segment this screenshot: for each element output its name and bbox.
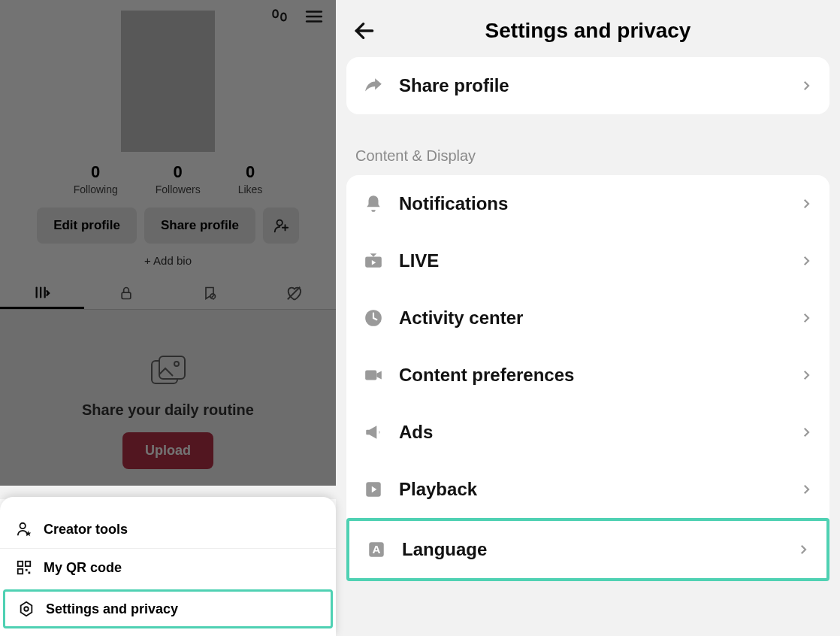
edit-profile-button[interactable]: Edit profile <box>37 207 137 244</box>
upload-button[interactable]: Upload <box>122 432 213 469</box>
row-ads-label: Ads <box>399 422 784 443</box>
bookmark-icon <box>202 286 217 301</box>
svg-rect-20 <box>18 569 23 574</box>
tab-feed[interactable] <box>0 277 84 309</box>
chevron-right-icon <box>799 311 813 325</box>
section-content-display: Content & Display <box>336 125 840 175</box>
stat-likes-count: 0 <box>238 162 263 182</box>
drawer-qr-label: My QR code <box>44 560 122 576</box>
chevron-right-icon <box>799 426 813 439</box>
stat-following-label: Following <box>74 183 118 195</box>
stat-followers[interactable]: 0 Followers <box>156 162 201 195</box>
empty-state: Share your daily routine Upload <box>0 310 336 499</box>
drawer-creator-label: Creator tools <box>44 522 128 538</box>
stat-following-count: 0 <box>74 162 118 182</box>
row-activity-label: Activity center <box>399 307 784 329</box>
settings-title: Settings and privacy <box>351 19 825 43</box>
svg-point-24 <box>24 607 29 611</box>
chevron-right-icon <box>799 368 813 382</box>
row-content-pref-label: Content preferences <box>399 365 784 386</box>
row-playback[interactable]: Playback <box>346 461 829 518</box>
chevron-right-icon <box>799 483 813 496</box>
profile-action-row: Edit profile Share profile <box>0 207 336 244</box>
add-bio-link[interactable]: + Add bio <box>0 254 336 267</box>
row-language-label: Language <box>402 539 781 560</box>
share-icon <box>363 76 384 95</box>
tab-bookmarks[interactable] <box>168 277 252 309</box>
feed-icon <box>34 284 50 301</box>
profile-tabs <box>0 277 336 310</box>
svg-rect-21 <box>26 569 28 571</box>
settings-pane: Settings and privacy Share profile Conte… <box>336 0 840 636</box>
play-icon <box>363 480 384 499</box>
gallery-icon <box>15 355 321 388</box>
clock-icon <box>363 308 384 328</box>
tv-icon <box>363 251 384 271</box>
card-content-display: Notifications LIVE Activity center Conte… <box>346 175 829 581</box>
stat-likes-label: Likes <box>238 183 263 195</box>
svg-marker-28 <box>376 371 382 380</box>
drawer-creator-tools[interactable]: Creator tools <box>0 510 336 548</box>
svg-text:A: A <box>373 543 381 556</box>
svg-rect-22 <box>29 572 31 574</box>
footsteps-icon[interactable] <box>270 7 289 26</box>
row-share-profile-label: Share profile <box>399 75 784 96</box>
row-language[interactable]: A Language <box>346 518 829 581</box>
row-notifications[interactable]: Notifications <box>346 175 829 232</box>
hamburger-menu-icon[interactable] <box>304 7 324 26</box>
back-button[interactable] <box>352 19 376 43</box>
settings-header: Settings and privacy <box>336 0 840 62</box>
row-share-profile[interactable]: Share profile <box>346 57 829 114</box>
add-friend-button[interactable] <box>263 207 299 244</box>
lock-icon <box>119 286 134 301</box>
video-icon <box>363 365 384 385</box>
card-share-profile: Share profile <box>346 57 829 114</box>
empty-state-text: Share your daily routine <box>15 401 321 419</box>
drawer-settings-privacy[interactable]: Settings and privacy <box>3 589 333 628</box>
tab-private[interactable] <box>84 277 168 309</box>
chevron-right-icon <box>799 254 813 268</box>
row-notifications-label: Notifications <box>399 193 784 214</box>
stat-following[interactable]: 0 Following <box>74 162 118 195</box>
stat-followers-label: Followers <box>156 183 201 195</box>
row-activity-center[interactable]: Activity center <box>346 289 829 347</box>
drawer-qr-code[interactable]: My QR code <box>0 548 336 586</box>
row-content-preferences[interactable]: Content preferences <box>346 347 829 404</box>
tab-liked[interactable] <box>252 277 336 309</box>
creator-tools-icon <box>15 521 33 538</box>
row-ads[interactable]: Ads <box>346 404 829 461</box>
heart-hidden-icon <box>286 285 302 301</box>
bell-icon <box>363 194 384 214</box>
add-friend-icon <box>273 217 289 234</box>
chevron-right-icon <box>796 543 810 556</box>
bottom-drawer: Creator tools My QR code Settings and pr… <box>0 497 336 636</box>
svg-rect-19 <box>26 562 30 566</box>
stat-likes[interactable]: 0 Likes <box>238 162 263 195</box>
settings-icon <box>17 601 35 617</box>
avatar-block <box>0 33 336 152</box>
stat-followers-count: 0 <box>156 162 201 182</box>
drawer-settings-label: Settings and privacy <box>46 601 178 617</box>
chevron-right-icon <box>799 79 813 92</box>
language-icon: A <box>366 540 387 559</box>
profile-pane: 0 Following 0 Followers 0 Likes Edit pro… <box>0 0 336 636</box>
svg-rect-27 <box>365 371 376 380</box>
svg-point-16 <box>20 523 26 528</box>
svg-marker-23 <box>21 602 32 616</box>
avatar-placeholder[interactable] <box>121 11 215 152</box>
svg-rect-18 <box>18 562 23 566</box>
row-playback-label: Playback <box>399 479 784 500</box>
row-live[interactable]: LIVE <box>346 232 829 289</box>
megaphone-icon <box>363 422 384 442</box>
svg-point-3 <box>276 220 282 226</box>
chevron-right-icon <box>799 197 813 210</box>
share-profile-button[interactable]: Share profile <box>144 207 255 244</box>
profile-stats: 0 Following 0 Followers 0 Likes <box>0 162 336 195</box>
qr-code-icon <box>15 559 33 576</box>
row-live-label: LIVE <box>399 250 784 271</box>
svg-rect-9 <box>122 292 131 298</box>
